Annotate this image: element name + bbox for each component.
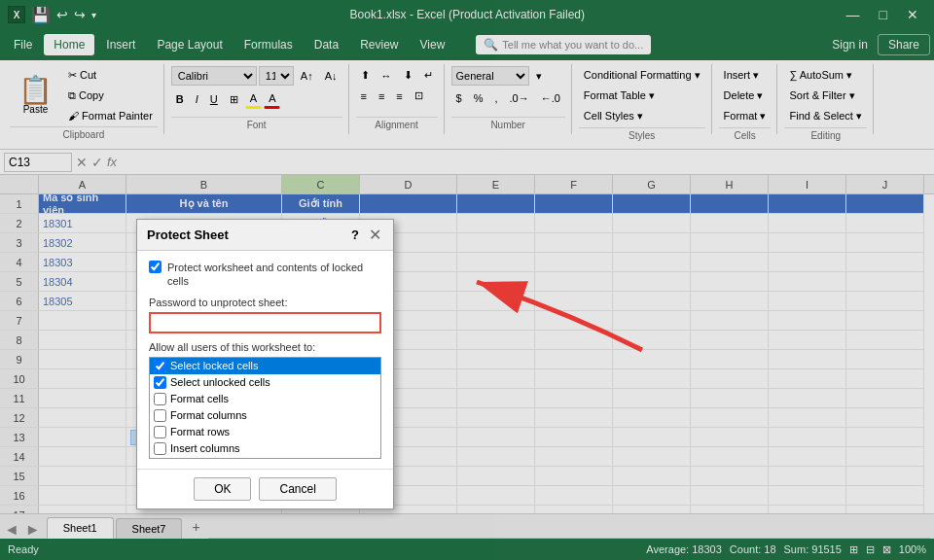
permission-item-select-locked[interactable]: Select locked cells — [150, 358, 380, 374]
permission-list[interactable]: Select locked cells Select unlocked cell… — [149, 357, 381, 459]
permission-item-select-unlocked[interactable]: Select unlocked cells — [150, 374, 380, 391]
perm-checkbox-format-cells[interactable] — [154, 393, 166, 405]
password-label: Password to unprotect sheet: — [149, 297, 381, 308]
perm-checkbox-format-columns[interactable] — [154, 409, 166, 422]
protect-worksheet-checkbox-row: Protect worksheet and contents of locked… — [149, 261, 381, 289]
permission-item-format-cells[interactable]: Format cells — [150, 391, 380, 407]
dialog-buttons: OK Cancel — [137, 469, 393, 508]
perm-checkbox-format-rows[interactable] — [154, 426, 166, 438]
dialog-title-text: Protect Sheet — [147, 228, 229, 242]
protect-worksheet-label: Protect worksheet and contents of locked… — [167, 261, 381, 289]
dialog-close-button[interactable]: ✕ — [367, 226, 383, 244]
permission-item-format-columns[interactable]: Format columns — [150, 407, 380, 424]
perm-checkbox-insert-columns[interactable] — [154, 442, 166, 455]
perm-label-unlocked: Select unlocked cells — [170, 376, 270, 388]
permission-item-format-rows[interactable]: Format rows — [150, 424, 380, 440]
cancel-button[interactable]: Cancel — [259, 477, 336, 501]
permission-item-insert-rows[interactable]: Insert rows — [150, 457, 380, 459]
ok-button[interactable]: OK — [194, 477, 251, 501]
perm-label-format-columns: Format columns — [170, 409, 247, 421]
perm-checkbox-unlocked[interactable] — [154, 376, 166, 389]
perm-label-insert-columns: Insert columns — [170, 442, 240, 454]
dialog-help-button[interactable]: ? — [351, 228, 359, 242]
protect-sheet-dialog: Protect Sheet ? ✕ Protect worksheet and … — [136, 219, 394, 509]
dialog-body: Protect worksheet and contents of locked… — [137, 251, 393, 469]
password-input[interactable] — [149, 312, 381, 333]
perm-label-locked: Select locked cells — [170, 360, 259, 371]
dialog-title-bar: Protect Sheet ? ✕ — [137, 220, 393, 251]
permission-item-insert-columns[interactable]: Insert columns — [150, 440, 380, 457]
perm-checkbox-locked[interactable] — [154, 360, 166, 372]
perm-label-format-cells: Format cells — [170, 393, 229, 404]
perm-label-format-rows: Format rows — [170, 426, 230, 438]
protect-worksheet-checkbox[interactable] — [149, 261, 162, 273]
allow-users-label: Allow all users of this worksheet to: — [149, 341, 381, 353]
